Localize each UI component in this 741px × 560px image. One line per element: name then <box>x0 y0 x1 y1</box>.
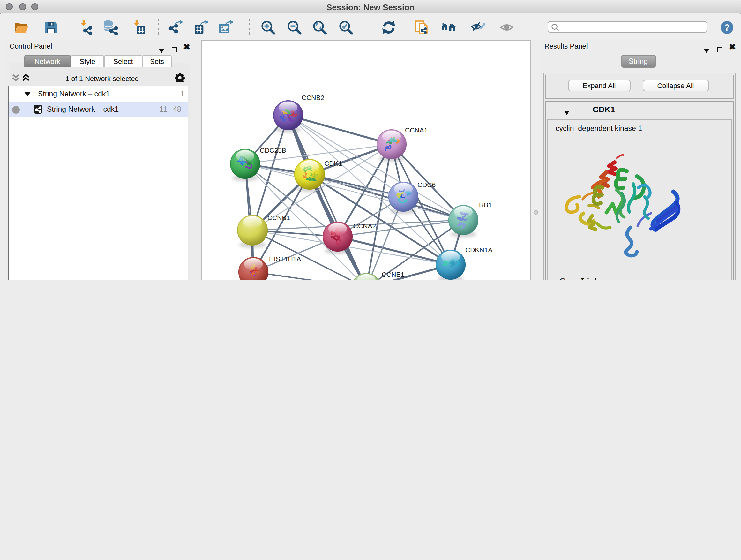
svg-text:CDK1: CDK1 <box>324 159 342 167</box>
svg-text:CDKN1A: CDKN1A <box>465 246 492 253</box>
svg-text:CCNB2: CCNB2 <box>301 94 324 101</box>
svg-text:CDC25B: CDC25B <box>260 146 286 153</box>
svg-text:HIST1H1A: HIST1H1A <box>269 255 301 262</box>
svg-text:CCNB1: CCNB1 <box>267 213 290 221</box>
svg-text:CCNE1: CCNE1 <box>382 270 404 278</box>
svg-text:CCNA2: CCNA2 <box>353 222 376 229</box>
svg-text:CCNA1: CCNA1 <box>405 126 428 133</box>
svg-text:?: ? <box>724 22 730 32</box>
svg-text:RB1: RB1 <box>479 201 492 208</box>
svg-text:CDC6: CDC6 <box>417 181 435 188</box>
